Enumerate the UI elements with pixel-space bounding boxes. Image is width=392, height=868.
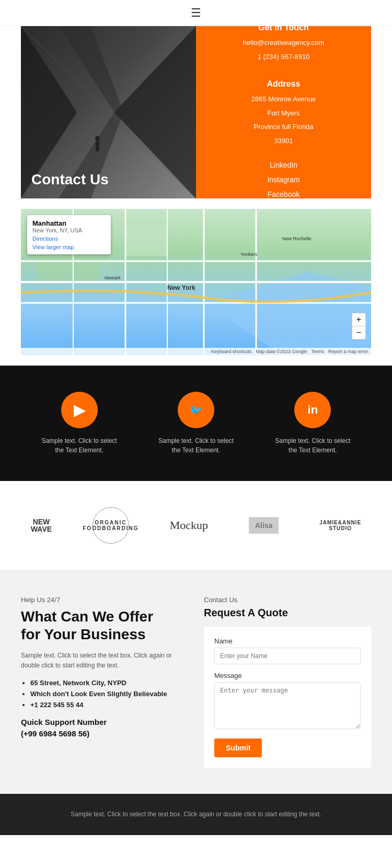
offer-list-item-1: 65 Street, Network City, NYPD <box>30 679 188 687</box>
newwave-text: NEWWAVE <box>31 518 52 533</box>
hamburger-menu-icon[interactable]: ☰ <box>191 6 201 20</box>
linkedin-icon-circle[interactable]: in <box>294 392 331 428</box>
youtube-icon: ▶ <box>74 402 85 419</box>
twitter-icon: 🐦 <box>189 404 202 416</box>
logo-mockup[interactable]: Mockup <box>170 519 208 532</box>
contact-info-panel: Get in Touch hello@creativeagency.com 1 … <box>196 26 371 198</box>
svg-rect-11 <box>125 225 167 256</box>
svg-marker-1 <box>114 26 196 198</box>
support-label: Quick Support Number <box>21 718 107 726</box>
social-instagram-link[interactable]: Instagram <box>267 172 299 187</box>
offer-description: Sample text. Click to select the text bo… <box>21 651 188 671</box>
offer-list: 65 Street, Network City, NYPD Which don'… <box>21 679 188 709</box>
contact-us-title: Contact Us <box>31 171 109 188</box>
address-line-2: Fort Myers <box>267 108 299 119</box>
address-line-4: 33901 <box>274 136 293 147</box>
map-zoom-out-button[interactable]: − <box>352 326 365 339</box>
form-card: Name Message Submit <box>204 627 371 768</box>
map-zoom-controls[interactable]: + − <box>352 313 366 339</box>
offer-list-item-2: Which don't Look Even Slightly Believabl… <box>30 690 188 698</box>
contact-form-column: Contact Us Request A Quote Name Message … <box>204 596 371 768</box>
map-data-attribution: Map data ©2023 Google <box>256 349 307 354</box>
offer-heading-line2: for Your Business <box>21 626 146 642</box>
linkedin-icon: in <box>308 403 318 417</box>
organic-text: ORGANICFOODBOARDING <box>93 507 129 544</box>
submit-button[interactable]: Submit <box>214 738 262 757</box>
footer: Sample text. Click to select the text bo… <box>0 794 392 835</box>
form-title: Request A Quote <box>204 607 371 619</box>
svg-text:Yonkers: Yonkers <box>240 252 258 257</box>
map-overlay-card: Manhattan New York, NY, USA Directions V… <box>27 215 111 254</box>
logo-jamie-annie[interactable]: JAMIE&ANNIESTUDIO <box>319 520 361 531</box>
contact-email: hello@creativeagency.com <box>243 38 324 49</box>
youtube-description: Sample text. Click to select the Text El… <box>38 436 121 455</box>
offer-heading: What Can We Offer for Your Business <box>21 608 188 643</box>
address-line-3: Province full Florida <box>253 122 313 133</box>
map-location-sub: New York, NY, USA <box>32 227 106 233</box>
logo-newwave[interactable]: NEWWAVE <box>31 518 52 533</box>
map-terms-link[interactable]: Terms <box>311 349 324 354</box>
bottom-section: Help Us 24/7 What Can We Offer for Your … <box>0 570 392 794</box>
mockup-text: Mockup <box>170 519 208 532</box>
svg-text:New York: New York <box>167 284 195 291</box>
name-form-group: Name <box>214 637 361 664</box>
twitter-icon-circle[interactable]: 🐦 <box>178 392 214 428</box>
footer-text: Sample text. Click to select the text bo… <box>21 810 371 819</box>
logos-section: NEWWAVE ORGANICFOODBOARDING Mockup Alisa… <box>0 481 392 570</box>
contact-hero-image: Contact Us <box>21 26 196 198</box>
offer-list-item-3: +1 222 545 55 44 <box>30 701 188 709</box>
message-form-group: Message <box>214 672 361 731</box>
offer-heading-line1: What Can We Offer <box>21 608 153 625</box>
social-links-group: LinkedIn Instagram Facebook <box>267 158 299 202</box>
support-number: Quick Support Number (+99 6984 5698 56) <box>21 717 188 740</box>
social-item-twitter: 🐦 Sample text. Click to select the Text … <box>154 392 238 455</box>
help-label: Help Us 24/7 <box>21 596 188 604</box>
map-location-title: Manhattan <box>32 219 106 227</box>
svg-marker-9 <box>204 272 371 355</box>
top-bar: ☰ <box>0 0 392 26</box>
social-section: ▶ Sample text. Click to select the Text … <box>0 366 392 481</box>
map-keyboard-shortcuts: Keyboard shortcuts <box>211 349 252 354</box>
address-heading: Address <box>267 79 300 89</box>
contact-hero: Contact Us Get in Touch hello@creativeag… <box>21 26 371 198</box>
map-report-error-link[interactable]: Report a map error <box>328 349 368 354</box>
logo-alisa[interactable]: Alisa <box>249 517 279 534</box>
map-canvas: New York Newark Yonkers New Rochelle Man… <box>21 209 371 355</box>
form-contact-label: Contact Us <box>204 596 371 604</box>
logo-organic[interactable]: ORGANICFOODBOARDING <box>93 507 129 544</box>
social-item-linkedin: in Sample text. Click to select the Text… <box>271 392 354 455</box>
map-view-larger-link[interactable]: View larger map <box>32 244 106 250</box>
svg-rect-7 <box>96 141 99 151</box>
map-directions-link[interactable]: Directions <box>32 236 106 242</box>
message-label: Message <box>214 672 361 679</box>
social-linkedin-link[interactable]: LinkedIn <box>267 158 299 172</box>
message-input[interactable] <box>214 682 361 729</box>
svg-text:New Rochelle: New Rochelle <box>282 236 312 241</box>
bottom-content: Help Us 24/7 What Can We Offer for Your … <box>0 596 392 794</box>
name-label: Name <box>214 637 361 645</box>
get-in-touch-heading: Get in Touch <box>258 23 309 32</box>
twitter-description: Sample text. Click to select the Text El… <box>154 436 238 455</box>
youtube-icon-circle[interactable]: ▶ <box>61 392 98 428</box>
social-facebook-link[interactable]: Facebook <box>267 187 299 202</box>
svg-point-8 <box>95 136 100 141</box>
map-zoom-in-button[interactable]: + <box>352 313 365 326</box>
linkedin-description: Sample text. Click to select the Text El… <box>271 436 354 455</box>
name-input[interactable] <box>214 648 361 664</box>
offer-column: Help Us 24/7 What Can We Offer for Your … <box>21 596 188 768</box>
alisa-text: Alisa <box>249 517 279 534</box>
svg-text:Newark: Newark <box>105 275 121 280</box>
jamie-annie-text: JAMIE&ANNIESTUDIO <box>319 520 361 531</box>
contact-phone: 1 (234) 567-8910 <box>258 52 310 63</box>
support-phone: (+99 6984 5698 56) <box>21 729 89 738</box>
map-section: New York Newark Yonkers New Rochelle Man… <box>21 209 371 355</box>
map-footer: Keyboard shortcuts Map data ©2023 Google… <box>21 348 371 355</box>
social-item-youtube: ▶ Sample text. Click to select the Text … <box>38 392 121 455</box>
address-line-1: 2865 Monroe Avenue <box>251 94 316 105</box>
